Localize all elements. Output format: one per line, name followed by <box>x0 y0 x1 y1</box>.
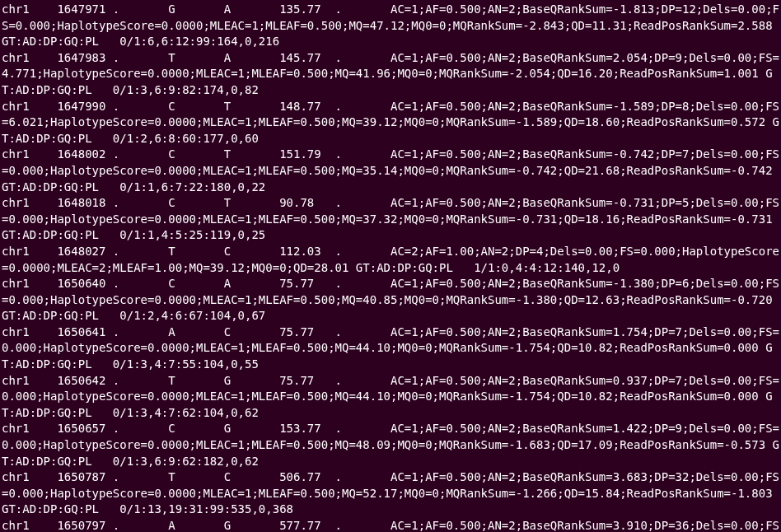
vcf-record: chr1 1650642 . T G 75.77 . AC=1;AF=0.500… <box>2 373 779 422</box>
vcf-record: chr1 1650641 . A C 75.77 . AC=1;AF=0.500… <box>2 324 779 373</box>
vcf-record: chr1 1648002 . C T 151.79 . AC=1;AF=0.50… <box>2 147 779 195</box>
vcf-record: chr1 1650640 . C A 75.77 . AC=1;AF=0.500… <box>2 276 779 324</box>
vcf-record: chr1 1647983 . T A 145.77 . AC=1;AF=0.50… <box>2 50 779 99</box>
vcf-record: chr1 1648018 . C T 90.78 . AC=1;AF=0.500… <box>2 195 779 244</box>
vcf-record: chr1 1650787 . T C 506.77 . AC=1;AF=0.50… <box>2 469 779 518</box>
vcf-record: chr1 1647990 . C T 148.77 . AC=1;AF=0.50… <box>2 99 779 147</box>
terminal-output[interactable]: chr1 1647971 . G A 135.77 . AC=1;AF=0.50… <box>2 2 779 532</box>
vcf-record: chr1 1650797 . A G 577.77 . AC=1;AF=0.50… <box>2 518 779 532</box>
vcf-record: chr1 1647971 . G A 135.77 . AC=1;AF=0.50… <box>2 2 779 50</box>
vcf-record: chr1 1650657 . C G 153.77 . AC=1;AF=0.50… <box>2 421 779 469</box>
vcf-record: chr1 1648027 . T C 112.03 . AC=2;AF=1.00… <box>2 244 779 276</box>
